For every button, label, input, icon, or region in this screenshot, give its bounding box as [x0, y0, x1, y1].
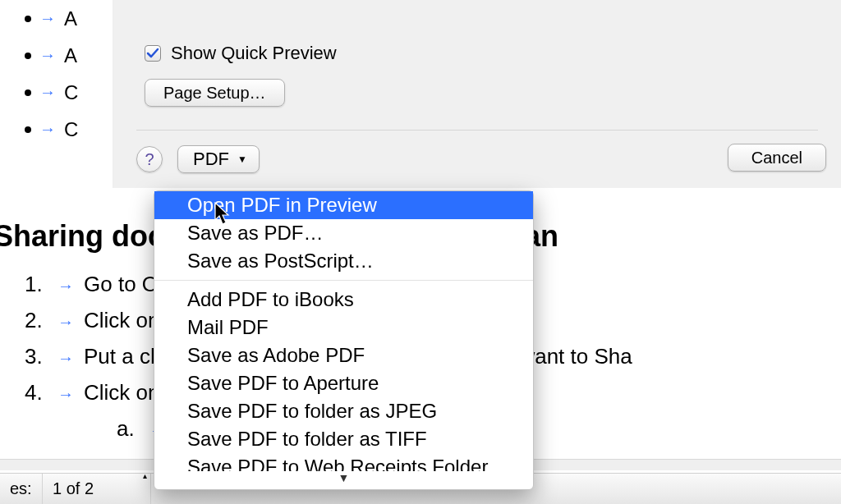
- list-item: → C: [25, 111, 78, 148]
- menu-label: Open PDF in Preview: [187, 194, 377, 216]
- list-item: → A: [25, 0, 78, 37]
- menu-item-add-to-ibooks[interactable]: Add PDF to iBooks: [154, 286, 533, 314]
- tab-arrow-icon: →: [39, 46, 56, 65]
- menu-label: Save as PDF…: [187, 222, 323, 244]
- tab-arrow-icon: →: [57, 382, 74, 407]
- menu-label: Mail PDF: [187, 316, 269, 338]
- menu-item-save-as-pdf[interactable]: Save as PDF…: [154, 219, 533, 247]
- menu-item-save-folder-tiff[interactable]: Save PDF to folder as TIFF: [154, 425, 533, 453]
- bullet-icon: [25, 126, 31, 133]
- help-button[interactable]: ?: [136, 146, 163, 172]
- menu-item-save-as-postscript[interactable]: Save as PostScript…: [154, 247, 533, 275]
- pdf-dropdown-button[interactable]: PDF ▼: [177, 145, 260, 173]
- status-left-label: es:: [10, 479, 32, 498]
- status-page-cell[interactable]: 1 of 2 ▴: [43, 474, 151, 504]
- menu-label: Save PDF to folder as TIFF: [187, 428, 427, 450]
- caret-up-icon: ▴: [143, 471, 147, 480]
- menu-label: Save PDF to Aperture: [187, 372, 379, 394]
- menu-item-save-adobe-pdf[interactable]: Save as Adobe PDF: [154, 341, 533, 369]
- cancel-label: Cancel: [751, 149, 802, 167]
- menu-label: Add PDF to iBooks: [187, 288, 354, 310]
- bullet-char: C: [64, 81, 78, 104]
- menu-item-save-folder-jpeg[interactable]: Save PDF to folder as JPEG: [154, 397, 533, 425]
- bullet-icon: [25, 89, 31, 96]
- pdf-dropdown-menu: Open PDF in Preview Save as PDF… Save as…: [154, 190, 534, 490]
- cancel-button[interactable]: Cancel: [728, 144, 826, 172]
- bullet-char: C: [64, 118, 78, 141]
- show-quick-preview-row: Show Quick Preview: [145, 43, 818, 64]
- tab-arrow-icon: →: [57, 309, 74, 335]
- menu-item-save-to-aperture[interactable]: Save PDF to Aperture: [154, 369, 533, 397]
- menu-label: Save PDF to Web Receipts Folder: [187, 456, 488, 471]
- menu-label: Save as PostScript…: [187, 250, 374, 272]
- bullet-icon: [25, 16, 31, 22]
- tab-arrow-icon: →: [39, 9, 56, 28]
- show-quick-preview-label: Show Quick Preview: [171, 43, 337, 64]
- menu-scroll-down-icon[interactable]: ▼: [154, 471, 533, 484]
- menu-label: Save as Adobe PDF: [187, 344, 365, 366]
- menu-item-web-receipts[interactable]: Save PDF to Web Receipts Folder: [154, 453, 533, 471]
- tab-arrow-icon: →: [39, 120, 56, 139]
- background-bullet-list: → A → A → C → C: [25, 0, 78, 148]
- dialog-divider: [136, 130, 818, 131]
- bullet-char: A: [64, 44, 77, 67]
- tab-arrow-icon: →: [39, 83, 56, 102]
- list-item: → C: [25, 74, 78, 111]
- list-item: → A: [25, 37, 78, 74]
- show-quick-preview-checkbox[interactable]: [145, 45, 161, 62]
- tab-arrow-icon: →: [57, 273, 74, 299]
- status-left-cell: es:: [0, 474, 43, 504]
- menu-separator: [154, 280, 533, 281]
- menu-item-open-in-preview[interactable]: Open PDF in Preview: [154, 191, 533, 219]
- dialog-bottom-row: ? PDF ▼ Cancel: [113, 145, 841, 173]
- tab-arrow-icon: →: [57, 346, 74, 371]
- bullet-char: A: [64, 7, 77, 30]
- menu-label: Save PDF to folder as JPEG: [187, 400, 437, 422]
- pdf-button-label: PDF: [193, 149, 229, 170]
- help-icon: ?: [145, 150, 154, 169]
- page-setup-button[interactable]: Page Setup…: [145, 79, 285, 107]
- status-page-text: 1 of 2: [53, 479, 94, 498]
- chevron-down-icon: ▼: [237, 153, 247, 165]
- print-dialog: 1 of 2 Show Quick Preview Page Setup… ? …: [113, 0, 841, 188]
- bullet-icon: [25, 53, 31, 59]
- page-setup-label: Page Setup…: [163, 84, 266, 103]
- menu-item-mail-pdf[interactable]: Mail PDF: [154, 314, 533, 341]
